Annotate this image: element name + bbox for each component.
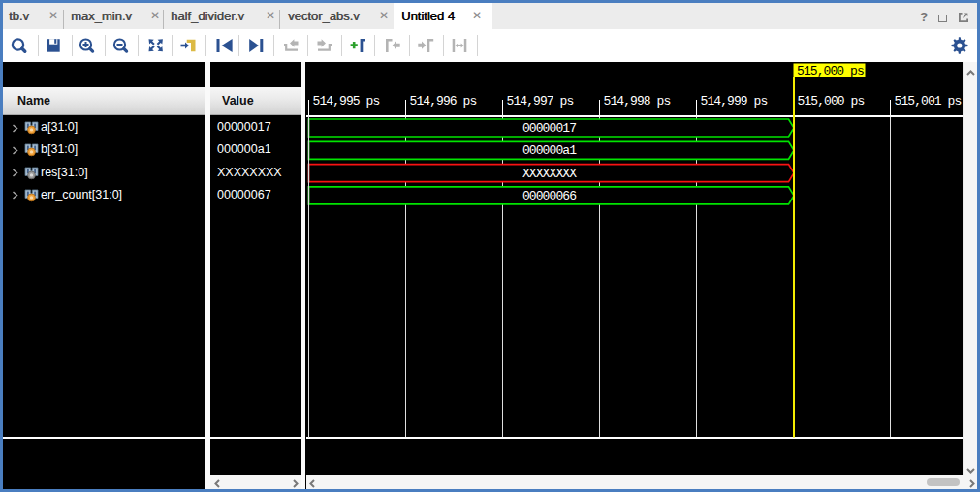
svg-text:514,996 ps: 514,996 ps — [409, 94, 476, 108]
svg-text:000000a1: 000000a1 — [522, 143, 576, 158]
svg-text:515,001 ps: 515,001 ps — [894, 94, 961, 108]
svg-text:514,998 ps: 514,998 ps — [603, 94, 670, 108]
svg-text:515,000 ps: 515,000 ps — [797, 64, 864, 78]
svg-text:00000017: 00000017 — [522, 121, 575, 136]
svg-text:XXXXXXXX: XXXXXXXX — [522, 167, 576, 181]
svg-text:514,995 ps: 514,995 ps — [312, 94, 379, 108]
svg-text:514,999 ps: 514,999 ps — [700, 94, 767, 108]
svg-text:514,997 ps: 514,997 ps — [506, 94, 573, 108]
svg-text:00000066: 00000066 — [522, 189, 575, 203]
svg-text:515,000 ps: 515,000 ps — [797, 94, 864, 108]
